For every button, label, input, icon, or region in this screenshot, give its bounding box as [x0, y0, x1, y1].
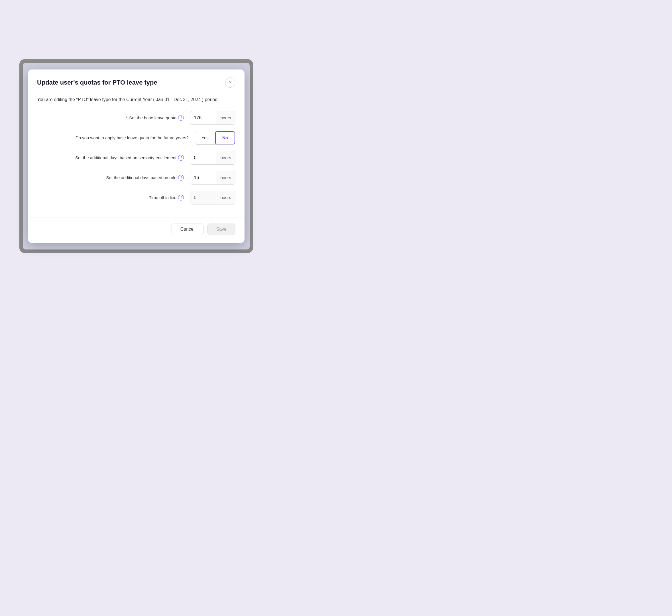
- apply-future-label: Do you want to apply base leave quota fo…: [37, 135, 191, 140]
- role-input[interactable]: [190, 171, 216, 184]
- base-quota-info-icon[interactable]: i: [178, 115, 184, 121]
- base-quota-label: * Set the base leave quota i :: [37, 115, 187, 121]
- close-icon: ×: [229, 79, 232, 85]
- toggle-yes-button[interactable]: Yes: [195, 131, 215, 144]
- seniority-input[interactable]: [190, 151, 216, 164]
- role-row: Set the additional days based on role i …: [37, 171, 235, 185]
- save-button[interactable]: Save: [207, 224, 235, 235]
- toil-info-icon[interactable]: i: [178, 195, 184, 200]
- toil-input-group: hours: [190, 191, 235, 204]
- cancel-button[interactable]: Cancel: [171, 224, 203, 235]
- seniority-label: Set the additional days based on seniori…: [37, 155, 187, 161]
- role-info-icon[interactable]: i: [178, 175, 184, 181]
- toil-input[interactable]: [190, 191, 216, 204]
- seniority-input-group: hours: [190, 151, 235, 165]
- modal-footer: Cancel Save: [28, 218, 244, 243]
- toggle-no-button[interactable]: No: [215, 131, 235, 144]
- required-indicator: *: [126, 115, 127, 120]
- modal-header: Update user's quotas for PTO leave type …: [28, 69, 244, 93]
- modal-overlay: Update user's quotas for PTO leave type …: [19, 59, 253, 253]
- toil-unit: hours: [216, 191, 235, 204]
- modal-dialog: Update user's quotas for PTO leave type …: [28, 69, 244, 243]
- apply-future-toggle-group: Yes No: [195, 131, 235, 145]
- base-quota-input-group: hours: [190, 111, 235, 125]
- role-input-group: hours: [190, 171, 235, 185]
- seniority-unit: hours: [216, 151, 235, 164]
- toil-label: Time off in lieu i :: [37, 195, 187, 200]
- seniority-row: Set the additional days based on seniori…: [37, 151, 235, 165]
- close-button[interactable]: ×: [225, 77, 235, 88]
- toil-row: Time off in lieu i : hours: [37, 191, 235, 204]
- apply-future-row: Do you want to apply base leave quota fo…: [37, 131, 235, 145]
- role-unit: hours: [216, 171, 235, 184]
- base-quota-row: * Set the base leave quota i : hours: [37, 111, 235, 125]
- modal-description: You are editing the "PTO" leave type for…: [37, 96, 235, 103]
- modal-body: You are editing the "PTO" leave type for…: [28, 93, 244, 218]
- base-quota-unit: hours: [216, 111, 235, 124]
- seniority-info-icon[interactable]: i: [178, 155, 184, 161]
- modal-title: Update user's quotas for PTO leave type: [37, 79, 157, 86]
- base-quota-input[interactable]: [190, 111, 216, 124]
- role-label: Set the additional days based on role i …: [37, 175, 187, 181]
